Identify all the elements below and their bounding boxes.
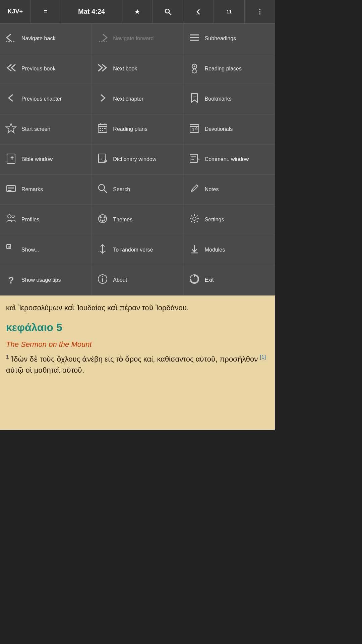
svg-point-0 [165, 9, 169, 13]
remarks-button[interactable]: Remarks [0, 175, 92, 205]
verse-reference[interactable]: Mat 4:24 [61, 0, 122, 23]
reading-plans-button[interactable]: Reading plans [92, 114, 183, 145]
svg-text:a|: a| [100, 157, 103, 161]
next-book-icon [96, 63, 109, 75]
bookmark-button[interactable]: ★ [122, 0, 153, 23]
about-button[interactable]: About [92, 265, 183, 296]
dictionary-window-label: Dictionary window [113, 156, 156, 163]
modules-button[interactable]: Modules [183, 235, 275, 265]
reading-plans-label: Reading plans [113, 126, 147, 133]
to-random-verse-icon [96, 243, 109, 257]
show-button[interactable]: Show... [0, 235, 92, 265]
comment-window-label: Comment. window [205, 156, 249, 163]
back-history-button[interactable] [183, 0, 214, 23]
notes-label: Notes [205, 186, 219, 193]
bible-window-icon: ✝ [5, 153, 17, 166]
svg-rect-17 [102, 128, 103, 129]
verse-1-text-start: Ἰδὼν δὲ τοὺς ὄχλους ἀνέβη εἰς τὸ ὄρος κα… [11, 355, 258, 363]
previous-chapter-button[interactable]: Previous chapter [0, 84, 92, 114]
bible-window-label: Bible window [21, 156, 53, 163]
svg-point-9 [193, 66, 195, 67]
svg-point-39 [99, 184, 105, 191]
eq-button[interactable]: = [31, 0, 61, 23]
start-screen-button[interactable]: Start screen [0, 114, 92, 145]
svg-text:✝: ✝ [10, 156, 14, 161]
about-icon [96, 273, 109, 287]
search-button[interactable]: Search [92, 175, 183, 205]
bible-window-button[interactable]: ✝ Bible window [0, 145, 92, 175]
exit-icon [188, 273, 201, 287]
svg-point-47 [102, 220, 104, 222]
next-chapter-button[interactable]: Next chapter [92, 84, 183, 114]
bookmarks-label: Bookmarks [205, 96, 232, 103]
svg-rect-30 [190, 154, 197, 162]
kjv-button[interactable]: KJV+ [0, 0, 31, 23]
svg-line-10 [193, 96, 196, 98]
devotionals-button[interactable]: 1 Devotionals [183, 114, 275, 145]
start-screen-icon [5, 122, 17, 136]
svg-point-45 [100, 216, 102, 218]
exit-label: Exit [205, 277, 214, 284]
previous-book-label: Previous book [21, 65, 55, 72]
back-history-icon [194, 8, 202, 16]
next-book-button[interactable]: Next book [92, 54, 183, 84]
svg-point-42 [8, 215, 11, 218]
svg-line-1 [169, 13, 171, 15]
search-label: Search [113, 186, 130, 193]
dictionary-window-button[interactable]: a| Dictionary window [92, 145, 183, 175]
navigate-back-button[interactable]: Navigate back [0, 24, 92, 54]
profiles-button[interactable]: Profiles [0, 205, 92, 235]
notes-icon [188, 183, 201, 197]
show-usage-tips-button[interactable]: ? Show usage tips [0, 265, 92, 296]
verse-1-ref[interactable]: [1] [260, 354, 266, 360]
svg-marker-24 [195, 127, 197, 129]
show-label: Show... [21, 247, 39, 254]
show-usage-tips-label: Show usage tips [21, 277, 61, 284]
to-random-verse-button[interactable]: To random verse [92, 235, 183, 265]
bookmarks-button[interactable]: Bookmarks [183, 84, 275, 114]
svg-marker-11 [6, 123, 16, 133]
modules-icon [188, 243, 201, 257]
next-chapter-icon [96, 93, 109, 105]
svg-rect-21 [190, 124, 199, 132]
svg-line-41 [192, 190, 193, 191]
reading-places-button[interactable]: Reading places [183, 54, 275, 84]
themes-button[interactable]: Themes [92, 205, 183, 235]
comment-window-icon [188, 153, 201, 166]
show-icon [5, 243, 17, 257]
previous-chapter-icon [5, 93, 17, 105]
notes-button[interactable]: Notes [183, 175, 275, 205]
previous-book-button[interactable]: Previous book [0, 54, 92, 84]
comment-window-button[interactable]: Comment. window [183, 145, 275, 175]
svg-rect-19 [100, 130, 101, 131]
svg-rect-16 [100, 128, 101, 129]
navigate-back-icon [5, 33, 17, 45]
verse-1: 1 Ἰδὼν δὲ τοὺς ὄχλους ἀνέβη εἰς τὸ ὄρος … [6, 353, 269, 376]
search-icon [164, 8, 172, 16]
themes-label: Themes [113, 216, 132, 223]
devotionals-icon: 1 [188, 122, 201, 136]
profiles-label: Profiles [21, 216, 39, 223]
search-button[interactable] [153, 0, 183, 23]
modules-label: Modules [205, 247, 225, 254]
reading-places-label: Reading places [205, 65, 242, 72]
navigate-forward-button[interactable]: Navigate forward [92, 24, 183, 54]
dictionary-window-icon: a| [96, 153, 109, 166]
svg-point-43 [12, 215, 14, 218]
pages-count: 11 [214, 0, 244, 23]
more-menu-button[interactable]: ⋮ [245, 0, 275, 23]
subheadings-button[interactable]: Subheadings [183, 24, 275, 54]
about-label: About [113, 277, 127, 284]
svg-line-40 [104, 190, 107, 193]
svg-rect-18 [104, 128, 106, 129]
svg-point-50 [193, 217, 196, 220]
devotionals-label: Devotionals [205, 126, 233, 133]
themes-icon [96, 213, 109, 227]
svg-point-59 [102, 276, 103, 277]
settings-button[interactable]: Settings [183, 205, 275, 235]
reading-plans-icon [96, 122, 109, 136]
profiles-icon [5, 213, 17, 227]
bookmarks-icon [188, 92, 201, 106]
exit-button[interactable]: Exit [183, 265, 275, 296]
svg-rect-20 [102, 130, 103, 131]
